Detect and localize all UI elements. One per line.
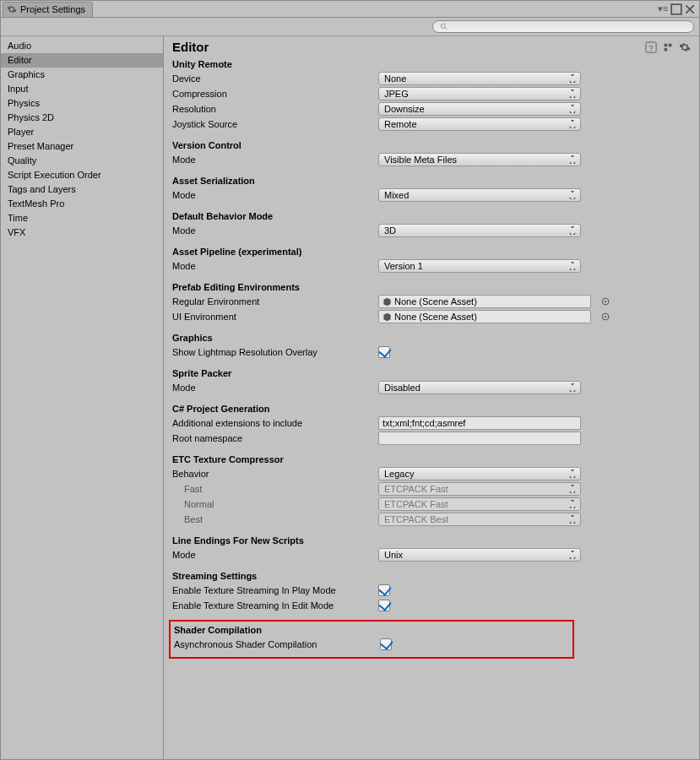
sidebar-item-graphics[interactable]: Graphics xyxy=(1,68,163,82)
label-joystick: Joystick Source xyxy=(172,117,378,132)
content: Editor ? Unity Remote DeviceNone Compres… xyxy=(164,36,699,759)
object-picker-ui[interactable] xyxy=(600,312,610,322)
dropdown-le-mode[interactable]: Unix xyxy=(378,548,581,562)
titlebar: Project Settings ▾≡ xyxy=(1,1,699,18)
section-asset-serial: Asset Serialization xyxy=(172,176,691,186)
section-streaming: Streaming Settings xyxy=(172,571,691,581)
unity-icon xyxy=(383,312,392,322)
label-prefab-ui: UI Environment xyxy=(172,309,378,324)
page-title: Editor xyxy=(172,40,209,54)
section-etc: ETC Texture Compressor xyxy=(172,454,691,464)
sidebar-item-physics[interactable]: Physics xyxy=(1,96,163,111)
label-extensions: Additional extensions to include xyxy=(172,415,378,431)
dropdown-joystick[interactable]: Remote xyxy=(378,117,581,131)
label-pipeline-mode: Mode xyxy=(172,258,378,274)
svg-rect-0 xyxy=(671,4,681,14)
sidebar-item-vfx[interactable]: VFX xyxy=(1,225,163,240)
label-rootns: Root namespace xyxy=(172,431,378,446)
section-asset-pipeline: Asset Pipeline (experimental) xyxy=(172,247,691,257)
sidebar-item-scriptexec[interactable]: Script Execution Order xyxy=(1,168,163,182)
label-etc-best: Best xyxy=(172,512,378,527)
label-resolution: Resolution xyxy=(172,101,378,117)
checkbox-lightmap-overlay[interactable] xyxy=(378,346,390,358)
dropdown-etc-behavior[interactable]: Legacy xyxy=(378,467,581,480)
dropdown-etc-normal: ETCPACK Fast xyxy=(378,497,581,511)
unity-icon xyxy=(383,297,392,307)
sidebar-item-presetmanager[interactable]: Preset Manager xyxy=(1,139,163,154)
dropdown-etc-best: ETCPACK Best xyxy=(378,513,581,526)
object-ui-env[interactable]: None (Scene Asset) xyxy=(378,310,591,323)
preset-icon[interactable] xyxy=(662,41,674,53)
toolbar xyxy=(1,18,699,36)
sidebar-item-editor[interactable]: Editor xyxy=(1,53,163,68)
search-input[interactable] xyxy=(432,20,694,33)
svg-text:?: ? xyxy=(649,43,654,52)
dropdown-pipeline-mode[interactable]: Version 1 xyxy=(378,259,581,273)
section-default-behavior: Default Behavior Mode xyxy=(172,211,691,221)
input-extensions[interactable] xyxy=(378,416,581,430)
window-tab[interactable]: Project Settings xyxy=(3,2,93,17)
gear-icon xyxy=(7,4,17,14)
sidebar-item-physics2d[interactable]: Physics 2D xyxy=(1,111,163,125)
highlight-shader-compilation: Shader Compilation Asynchronous Shader C… xyxy=(169,620,574,659)
context-menu-icon[interactable]: ▾≡ xyxy=(657,3,669,15)
label-le-mode: Mode xyxy=(172,547,378,562)
close-icon[interactable] xyxy=(684,3,696,15)
label-etc-behavior: Behavior xyxy=(172,466,378,481)
sidebar-item-tagslayers[interactable]: Tags and Layers xyxy=(1,182,163,197)
label-async-shader: Asynchronous Shader Compilation xyxy=(174,637,380,652)
section-graphics: Graphics xyxy=(172,333,691,343)
svg-point-7 xyxy=(605,316,606,318)
dropdown-resolution[interactable]: Downsize xyxy=(378,102,581,116)
dropdown-device[interactable]: None xyxy=(378,72,581,85)
input-rootns[interactable] xyxy=(378,432,581,445)
label-device: Device xyxy=(172,71,378,86)
checkbox-stream-edit[interactable] xyxy=(378,600,390,611)
label-serial-mode: Mode xyxy=(172,187,378,203)
label-prefab-regular: Regular Environment xyxy=(172,294,378,309)
label-etc-fast: Fast xyxy=(172,481,378,497)
dropdown-behavior-mode[interactable]: 3D xyxy=(378,224,581,237)
sidebar-item-quality[interactable]: Quality xyxy=(1,154,163,168)
section-shader: Shader Compilation xyxy=(174,625,569,635)
label-stream-edit: Enable Texture Streaming In Edit Mode xyxy=(172,598,378,613)
sidebar-item-player[interactable]: Player xyxy=(1,125,163,139)
label-etc-normal: Normal xyxy=(172,497,378,512)
section-prefab: Prefab Editing Environments xyxy=(172,282,691,292)
object-regular-env[interactable]: None (Scene Asset) xyxy=(378,295,591,308)
checkbox-stream-play[interactable] xyxy=(378,584,390,596)
gear-icon[interactable] xyxy=(679,41,691,53)
sidebar: Audio Editor Graphics Input Physics Phys… xyxy=(1,36,164,759)
window-tab-label: Project Settings xyxy=(20,4,85,14)
maximize-icon[interactable] xyxy=(670,3,682,15)
checkbox-async-shader[interactable] xyxy=(380,638,392,650)
project-settings-window: Project Settings ▾≡ Audio Editor Graphic… xyxy=(0,0,700,760)
search-text[interactable] xyxy=(452,22,686,32)
dropdown-etc-fast: ETCPACK Fast xyxy=(378,482,581,496)
label-stream-play: Enable Texture Streaming In Play Mode xyxy=(172,583,378,598)
section-version-control: Version Control xyxy=(172,140,691,150)
label-vc-mode: Mode xyxy=(172,152,378,167)
label-compression: Compression xyxy=(172,86,378,101)
object-picker-regular[interactable] xyxy=(600,296,610,307)
sidebar-item-time[interactable]: Time xyxy=(1,211,163,225)
dropdown-vc-mode[interactable]: Visible Meta Files xyxy=(378,153,581,166)
dropdown-compression[interactable]: JPEG xyxy=(378,87,581,100)
label-behavior-mode: Mode xyxy=(172,223,378,238)
sidebar-item-input[interactable]: Input xyxy=(1,82,163,96)
svg-point-1 xyxy=(441,24,445,28)
sidebar-item-audio[interactable]: Audio xyxy=(1,39,163,53)
section-sprite-packer: Sprite Packer xyxy=(172,368,691,378)
sidebar-item-textmeshpro[interactable]: TextMesh Pro xyxy=(1,197,163,211)
section-unity-remote: Unity Remote xyxy=(172,59,691,69)
dropdown-sprite-mode[interactable]: Disabled xyxy=(378,381,581,394)
label-lightmap-overlay: Show Lightmap Resolution Overlay xyxy=(172,345,378,360)
section-line-endings: Line Endings For New Scripts xyxy=(172,535,691,546)
svg-point-5 xyxy=(605,301,606,302)
section-csharp: C# Project Generation xyxy=(172,404,691,414)
dropdown-serial-mode[interactable]: Mixed xyxy=(378,188,581,202)
label-sprite-mode: Mode xyxy=(172,380,378,395)
help-icon[interactable]: ? xyxy=(645,41,657,53)
search-icon xyxy=(440,23,448,31)
